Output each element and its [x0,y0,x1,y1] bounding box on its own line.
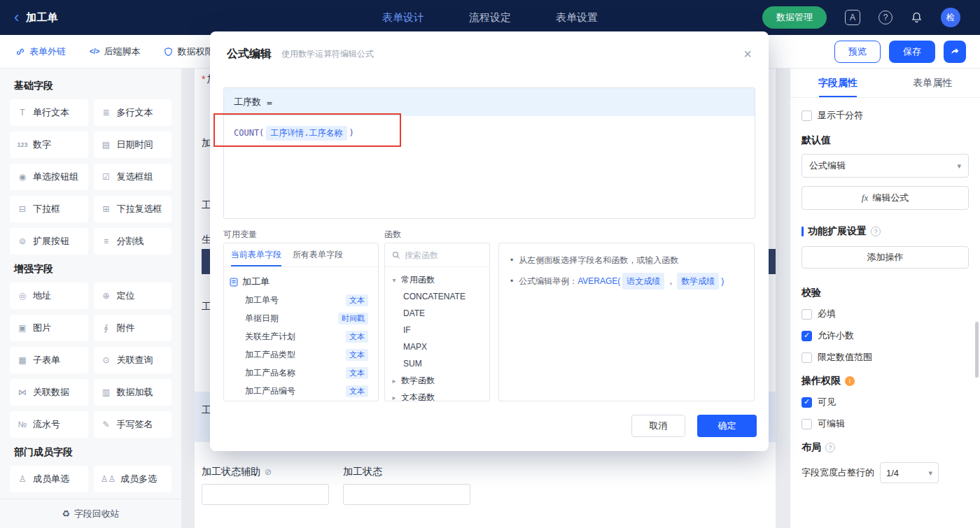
canvas-field-processing-status[interactable]: 加工状态 [343,466,470,505]
palette-field-divider[interactable]: ≡分割线 [94,228,172,255]
back-icon[interactable]: ‹ [14,10,19,25]
location-icon: ⊕ [101,291,112,301]
tab-all-form-fields[interactable]: 所有表单字段 [293,243,343,266]
multi-line-text-icon: ≣ [101,108,112,117]
checkbox-checked-icon[interactable] [802,397,812,408]
variable-item[interactable]: 加工产品名称文本 [230,364,372,382]
variable-item[interactable]: 加工产品类型文本 [230,345,372,364]
function-item-sum[interactable]: SUM [385,355,489,372]
checkbox-icon[interactable] [802,110,812,121]
help-icon[interactable]: ? [878,10,892,24]
palette-field-relation[interactable]: ⋈关联数据 [10,379,88,406]
variable-item[interactable]: 加工产品编号文本 [230,382,372,400]
checkbox-checked-icon[interactable] [802,331,812,341]
section-accent-bar [802,227,804,236]
palette-field-select[interactable]: ⊟下拉框 [10,196,88,222]
palette-field-attachment[interactable]: ∮附件 [94,315,172,341]
bell-icon[interactable] [911,12,923,24]
avatar[interactable]: 检 [941,8,960,27]
checkbox-icon[interactable] [802,352,812,363]
tab-form-properties[interactable]: 表单属性 [886,69,980,97]
language-icon[interactable]: A [845,10,860,25]
section-title-basic-fields: 基础字段 [14,80,172,92]
variables-label: 可用变量 [223,229,257,241]
palette-field-lookup[interactable]: ⊙关联查询 [94,347,172,373]
field-chip[interactable]: 工序详情.工序名称 [266,126,346,141]
palette-field-checkbox-group[interactable]: ☑复选框组 [94,164,172,190]
checkbox-icon[interactable] [802,309,812,320]
function-item-if[interactable]: IF [385,322,489,338]
function-item-mapx[interactable]: MAPX [385,338,489,355]
tab-form-settings[interactable]: 表单设置 [556,11,598,24]
default-value-select[interactable]: 公式编辑 ▾ [802,154,969,178]
function-item-concatenate[interactable]: CONCATENATE [385,288,489,305]
chevron-down-icon: ▾ [957,162,961,171]
toolbar-item-backend-script[interactable]: </> 后端脚本 [90,45,140,58]
palette-field-location[interactable]: ⊕定位 [94,283,172,309]
tab-form-design[interactable]: 表单设计 [382,11,424,24]
confirm-button[interactable]: 确定 [697,415,757,437]
datetime-icon: ▤ [101,140,112,150]
search-icon [392,251,400,259]
checkbox-editable[interactable]: 可编辑 [802,418,969,430]
cancel-button[interactable]: 取消 [631,415,685,437]
function-group-text[interactable]: ▸文本函数 [385,389,489,401]
palette-field-datetime[interactable]: ▤日期时间 [94,131,172,158]
variable-item[interactable]: 加工单号文本 [230,291,372,309]
function-search-input[interactable] [405,250,477,260]
function-item-date[interactable]: DATE [385,305,489,322]
palette-field-multi-line-text[interactable]: ≣多行文本 [94,99,172,126]
function-group-math[interactable]: ▸数学函数 [385,372,489,389]
formula-expression[interactable]: COUNT(工序详情.工序名称) [224,116,755,150]
variables-tree-root[interactable]: 加工单 [230,273,372,291]
palette-field-member-multi[interactable]: ♙♙成员多选 [94,466,172,492]
add-action-button[interactable]: 添加操作 [802,246,969,269]
toolbar-item-data-permission[interactable]: 数据权限 [164,45,214,58]
palette-field-radio-group[interactable]: ◉单选按钮组 [10,164,88,190]
help-icon[interactable]: ? [825,443,835,452]
checkbox-required[interactable]: 必填 [802,308,969,320]
palette-field-signature[interactable]: ✎手写签名 [94,411,172,438]
checkbox-thousand-separator[interactable]: 显示千分符 [802,109,969,122]
palette-field-data-load[interactable]: ▥数据加载 [94,379,172,406]
preview-button[interactable]: 预览 [834,41,881,63]
variable-item[interactable]: 关联生产计划文本 [230,327,372,345]
palette-field-image[interactable]: ▣图片 [10,315,88,341]
palette-field-subform[interactable]: ▦子表单 [10,347,88,373]
share-button[interactable] [944,41,966,63]
field-recycle-bin[interactable]: ♻ 字段回收站 [0,499,181,528]
data-manage-button[interactable]: 数据管理 [762,6,827,29]
close-icon[interactable]: × [743,47,752,61]
function-group-common[interactable]: ▾常用函数 [385,271,489,288]
field-width-select[interactable]: 1/4 ▾ [880,462,939,483]
variable-item[interactable]: 单据日期时间戳 [230,309,372,327]
hidden-eye-icon: ⊘ [265,467,272,477]
multi-select-icon: ⊞ [101,204,112,214]
canvas-field-processing-status-aux[interactable]: 加工状态辅助 ⊘ [202,466,329,505]
help-icon[interactable]: ? [871,227,881,236]
checkbox-allow-decimal[interactable]: 允许小数 [802,329,969,342]
palette-field-multi-select[interactable]: ⊞下拉复选框 [94,196,172,222]
example-field-chip: 语文成绩 [622,273,664,290]
formula-editor[interactable]: 工序数 = COUNT(工序详情.工序名称) [223,87,755,219]
edit-formula-button[interactable]: fx 编辑公式 [802,186,969,210]
palette-field-number[interactable]: 123数字 [10,131,88,158]
checkbox-icon[interactable] [802,419,812,429]
palette-field-single-line-text[interactable]: T单行文本 [10,99,88,126]
save-button[interactable]: 保存 [889,41,935,63]
palette-field-address[interactable]: ◎地址 [10,283,88,309]
scrollbar[interactable] [975,322,979,378]
tab-field-properties[interactable]: 字段属性 [790,69,886,97]
functions-label: 函数 [384,229,401,241]
checkbox-visible[interactable]: 可见 [802,396,969,408]
tab-current-form-fields[interactable]: 当前表单字段 [231,243,281,266]
checkbox-limit-range[interactable]: 限定数值范围 [802,351,969,364]
tab-flow-settings[interactable]: 流程设定 [469,11,511,24]
functions-panel: ▾常用函数 CONCATENATE DATE IF MAPX SUM ▸数学函数… [384,243,490,401]
relation-icon: ⋈ [17,387,28,397]
palette-field-serial-number[interactable]: №流水号 [10,411,88,438]
palette-field-extend-button[interactable]: ⊜扩展按钮 [10,228,88,255]
toolbar-item-external-link[interactable]: 表单外链 [15,45,66,58]
chevron-down-icon: ▾ [391,276,398,284]
palette-field-member-single[interactable]: ♙成员单选 [10,466,88,492]
